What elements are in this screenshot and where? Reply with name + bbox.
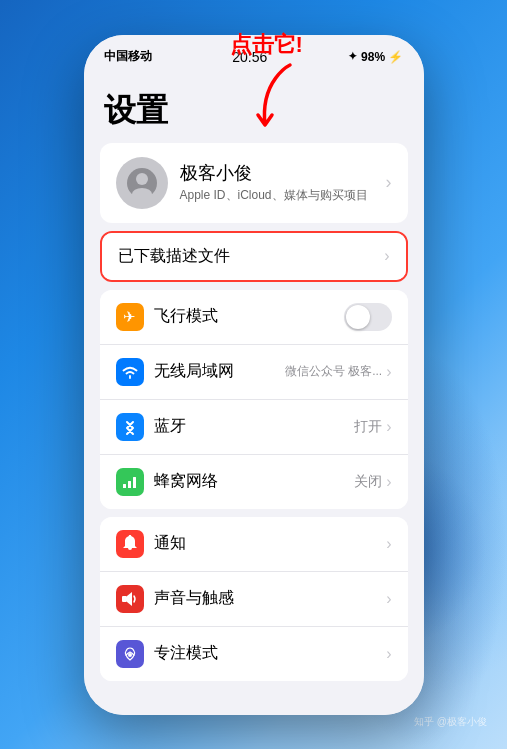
downloaded-profiles-label: 已下载描述文件 bbox=[118, 246, 230, 267]
bluetooth-chevron: › bbox=[386, 418, 391, 436]
wifi-row[interactable]: 无线局域网 微信公众号 极客... › bbox=[100, 344, 408, 399]
wifi-value: 微信公众号 极客... bbox=[285, 363, 382, 380]
time-label: 20:56 bbox=[232, 49, 267, 65]
settings-screen: 设置 极客小俊 Apple ID、iCloud、媒体与购买项目 › 已下载描述文… bbox=[84, 79, 424, 715]
bluetooth-icon: ✦ bbox=[348, 50, 357, 63]
downloaded-profiles-section[interactable]: 已下载描述文件 › bbox=[100, 231, 408, 282]
notifications-chevron: › bbox=[386, 535, 391, 553]
sounds-chevron: › bbox=[386, 590, 391, 608]
svg-rect-4 bbox=[122, 596, 127, 602]
sounds-label: 声音与触感 bbox=[154, 588, 234, 609]
downloaded-profiles-row[interactable]: 已下载描述文件 › bbox=[102, 233, 406, 280]
profile-row[interactable]: 极客小俊 Apple ID、iCloud、媒体与购买项目 › bbox=[100, 143, 408, 223]
connectivity-group: ✈ 飞行模式 无线局域网 bbox=[100, 290, 408, 509]
airplane-mode-row[interactable]: ✈ 飞行模式 bbox=[100, 290, 408, 344]
wifi-label: 无线局域网 bbox=[154, 361, 234, 382]
sounds-row[interactable]: 声音与触感 › bbox=[100, 571, 408, 626]
profile-chevron: › bbox=[386, 172, 392, 193]
bluetooth-label: 蓝牙 bbox=[154, 416, 186, 437]
cellular-icon bbox=[116, 468, 144, 496]
notifications-label: 通知 bbox=[154, 533, 186, 554]
avatar bbox=[116, 157, 168, 209]
wifi-chevron: › bbox=[386, 363, 391, 381]
airplane-toggle[interactable] bbox=[344, 303, 392, 331]
sounds-icon bbox=[116, 585, 144, 613]
status-bar: 中国移动 20:56 ✦ 98% ⚡ bbox=[84, 35, 424, 79]
svg-rect-0 bbox=[123, 484, 126, 488]
avatar-icon bbox=[127, 168, 157, 198]
svg-rect-1 bbox=[128, 481, 131, 488]
airplane-icon: ✈ bbox=[116, 303, 144, 331]
bluetooth-value: 打开 bbox=[354, 418, 382, 436]
svg-rect-2 bbox=[133, 477, 136, 488]
profile-subtitle: Apple ID、iCloud、媒体与购买项目 bbox=[180, 187, 368, 204]
carrier-label: 中国移动 bbox=[104, 48, 152, 65]
cellular-value: 关闭 bbox=[354, 473, 382, 491]
notifications-group: 通知 › 声音与触感 › bbox=[100, 517, 408, 681]
watermark: 知乎 @极客小俊 bbox=[414, 715, 487, 729]
notifications-icon bbox=[116, 530, 144, 558]
page-title: 设置 bbox=[84, 79, 424, 143]
cellular-chevron: › bbox=[386, 473, 391, 491]
toggle-knob bbox=[346, 305, 370, 329]
bluetooth-row[interactable]: 蓝牙 打开 › bbox=[100, 399, 408, 454]
focus-chevron: › bbox=[386, 645, 391, 663]
battery-percent: 98% bbox=[361, 50, 385, 64]
airplane-mode-label: 飞行模式 bbox=[154, 306, 218, 327]
cellular-row[interactable]: 蜂窝网络 关闭 › bbox=[100, 454, 408, 509]
battery-indicator: ⚡ bbox=[388, 50, 403, 64]
downloaded-profiles-chevron: › bbox=[384, 247, 389, 265]
focus-icon bbox=[116, 640, 144, 668]
notifications-row[interactable]: 通知 › bbox=[100, 517, 408, 571]
cellular-label: 蜂窝网络 bbox=[154, 471, 218, 492]
focus-row[interactable]: 专注模式 › bbox=[100, 626, 408, 681]
bluetooth-icon bbox=[116, 413, 144, 441]
svg-point-5 bbox=[128, 653, 132, 657]
phone-frame: 中国移动 20:56 ✦ 98% ⚡ 设置 极客小俊 Apple ID、iClo… bbox=[84, 35, 424, 715]
focus-label: 专注模式 bbox=[154, 643, 218, 664]
profile-name: 极客小俊 bbox=[180, 161, 368, 185]
wifi-icon bbox=[116, 358, 144, 386]
battery-icon: 98% ⚡ bbox=[361, 50, 403, 64]
status-right: ✦ 98% ⚡ bbox=[348, 50, 403, 64]
